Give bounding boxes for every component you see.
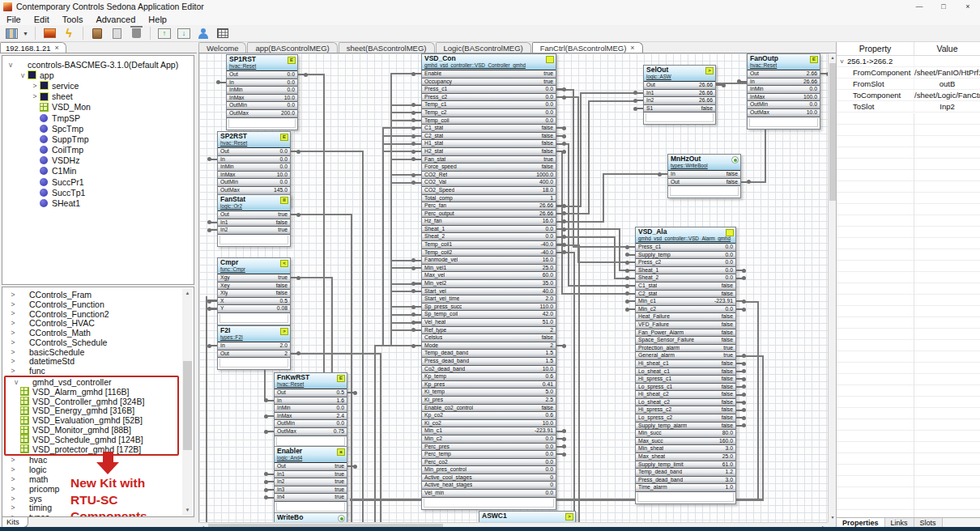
chevron-down-icon[interactable]: ▼ [23,31,29,36]
view-panels-button[interactable] [3,26,19,40]
slot-row[interactable]: Enabletrue [422,70,556,79]
output-pin-icon[interactable] [556,88,564,90]
input-pin-icon[interactable] [414,267,421,269]
kit-item[interactable]: VSD_protector_gmhd [172B] [6,444,177,454]
scrollbar-thumb[interactable] [829,63,836,201]
slot-row[interactable]: OutMin0.0 [748,101,820,109]
slot-row[interactable]: S1false [644,105,715,113]
output-pin-icon[interactable] [556,453,564,455]
output-pin-icon[interactable] [736,425,744,427]
slot-row[interactable]: Temp_dead_band1.5 [422,350,556,358]
block-enabler[interactable]: Enablerlogic::And4aOuttrueIn1trueIn2true… [274,446,347,514]
slot-row[interactable]: Press_c20.0 [422,94,556,102]
output-pin-icon[interactable] [291,214,298,215]
block-header[interactable]: FnKwRSThvac::ResetE [275,373,347,389]
output-pin-icon[interactable] [556,135,564,137]
input-pin-icon[interactable] [266,431,274,432]
slot-row[interactable]: Out2 [218,350,290,359]
slot-row[interactable]: In1false [218,219,290,227]
output-pin-icon[interactable] [820,73,828,74]
input-pin-icon[interactable] [266,400,274,401]
slot-row[interactable]: H2_statfalse [422,148,556,156]
slot-row[interactable]: Hi_sheat_c1false [636,360,735,368]
user-button[interactable] [195,26,211,40]
chevron-icon[interactable] [837,101,847,112]
slot-row[interactable]: In4true [275,494,347,502]
block-fnkwrst[interactable]: FnKwRSThvac::ResetEOut0.5In1.6InMin0.0In… [274,372,347,448]
put-app-button[interactable]: ↑ [156,26,173,40]
slot-row[interactable]: Sp_press_succ110.0 [422,304,556,312]
input-pin-icon[interactable] [414,182,421,184]
slot-row[interactable]: Kp_temp0.6 [422,373,556,381]
slot-row[interactable]: Perc_pres0.0 [422,444,556,452]
slot-row[interactable]: Ki_pres2.5 [422,397,556,405]
slot-row[interactable]: InMin0.0 [748,86,820,94]
input-pin-icon[interactable] [628,254,635,256]
block-mnhzout[interactable]: MnHzOuttypes::WriteBoolInfalseOutfalse [667,154,741,198]
kit-item[interactable]: VSD_Evaluation_gmhd [52B] [6,415,177,425]
input-pin-icon[interactable] [628,246,635,248]
output-pin-icon[interactable] [736,417,744,418]
slot-row[interactable]: OutMin0.0 [218,179,290,187]
slot-row[interactable]: OutMax10.0 [748,109,820,117]
property-row[interactable]: FromComponent /sheet/FanIO/HtPrf1 [837,67,980,79]
slot-row[interactable]: H1_statfalse [422,140,556,148]
menu-item[interactable]: File [0,15,28,24]
block-aswc1[interactable]: ASWC1> [479,511,576,522]
grid-button[interactable] [215,26,231,40]
output-pin-icon[interactable] [556,431,564,432]
slot-row[interactable]: Press_dead_band1.5 [422,358,556,366]
block-header[interactable]: FanStatlogic::Or2II [218,195,290,211]
input-pin-icon[interactable] [210,222,217,223]
slot-row[interactable]: InMin0.0 [275,405,347,413]
block-header[interactable]: SP2RSThvac::ResetE [218,132,290,148]
kit-item[interactable]: VSD_Energy_gmhd [316B] [6,406,177,416]
document-tab[interactable]: Welcome [198,42,246,53]
block-header[interactable]: SP1RSThvac::ResetE [227,55,297,71]
slot-row[interactable]: Hz_fan16.0 [422,218,556,226]
kit-item[interactable]: VSD_Controller_gmhd [324B] [6,397,177,406]
slot-row[interactable]: In0.0 [227,79,297,87]
output-pin-icon[interactable] [736,308,744,310]
input-pin-icon[interactable] [636,92,643,94]
kit-item[interactable]: > hvac [2,456,184,465]
slot-row[interactable]: Kp_co20.6 [422,412,556,420]
document-tab[interactable]: app(BAScontrolMEG) [247,42,337,53]
output-pin-icon[interactable] [716,84,723,86]
slot-row[interactable]: Co2_dead_band10.0 [422,366,556,374]
chevron-icon[interactable] [837,90,847,100]
menu-item[interactable]: Tools [56,15,90,24]
slot-row[interactable]: In2.0 [218,342,290,350]
input-pin-icon[interactable] [660,173,667,175]
slot-row[interactable]: Out0.0 [218,148,290,156]
connection-tab[interactable]: 192.168.1.21 × [0,42,66,53]
input-pin-icon[interactable] [628,293,635,295]
input-pin-icon[interactable] [414,282,421,284]
canvas-vertical-scrollbar[interactable]: ▲ ▼ [828,53,836,522]
input-pin-icon[interactable] [628,278,635,279]
slot-row[interactable]: CO2_Speed18.0 [422,187,556,195]
slot-row[interactable]: Max_succ160.0 [636,438,735,446]
kits-scrollbar[interactable]: ▲ ▼ [182,288,193,516]
chevron-icon[interactable]: > [2,456,23,464]
slot-row[interactable]: Press_c20.0 [636,259,735,267]
menu-item[interactable]: Advanced [89,15,142,24]
output-pin-icon[interactable] [736,270,744,271]
block-writebo[interactable]: WriteBo [274,512,347,522]
close-icon[interactable]: × [54,43,58,53]
tree-item[interactable]: SuppTmp [2,134,194,144]
slot-row[interactable]: Active_cool_stages0 [422,474,556,482]
slot-row[interactable]: Max_vel60.0 [422,272,556,280]
property-row[interactable]: v 256.1->266.2 [837,56,980,67]
block-vsd-ala[interactable]: VSD_Alagmhd_vsd_controller::VSD_Alarm_gm… [635,227,736,504]
slot-row[interactable]: Press_dead_band3.0 [636,477,735,485]
slot-row[interactable]: Ref_type2 [422,327,556,335]
chevron-icon[interactable]: > [2,329,23,337]
output-pin-icon[interactable] [736,363,744,364]
slot-row[interactable]: General_alarmtrue [636,352,735,360]
tree-item[interactable]: v ccontrols-BASCMEG-3.1.0(Default App) [2,59,194,70]
kit-item[interactable]: VSD_Alarm_gmhd [116B] [6,387,177,397]
kit-item[interactable]: > func [2,366,184,376]
property-row[interactable]: ToComponent /sheet/Logic/FanCtrl/S... [837,90,980,101]
input-pin-icon[interactable] [414,135,421,137]
